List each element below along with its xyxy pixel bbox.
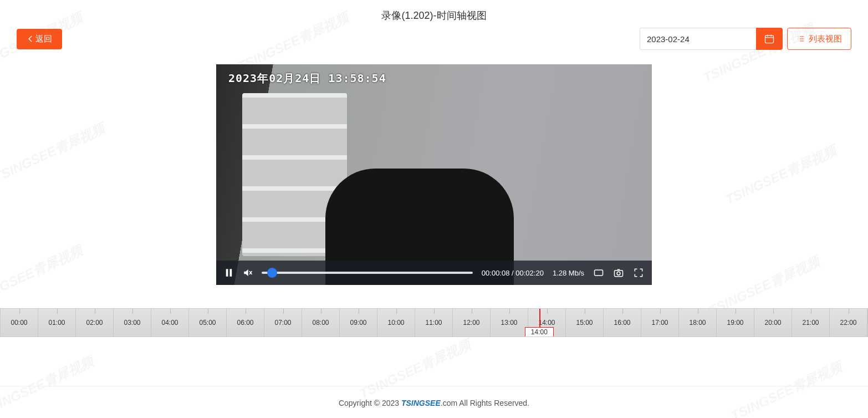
svg-rect-3 bbox=[595, 270, 603, 276]
video-player: 2023年02月24日 13:58:54 00:00:08 / 00:02:20… bbox=[216, 64, 652, 285]
page-title: 录像(1.202)-时间轴视图 bbox=[0, 0, 868, 28]
fullscreen-icon[interactable] bbox=[633, 267, 644, 278]
list-view-button[interactable]: 列表视图 bbox=[787, 28, 851, 50]
calendar-button[interactable] bbox=[756, 28, 783, 50]
timeline-hour-cell[interactable]: 17:00 bbox=[641, 309, 679, 337]
bitrate-text: 1.28 Mb/s bbox=[553, 269, 584, 277]
svg-rect-0 bbox=[765, 35, 774, 43]
watermark: TSINGSEE青犀视频 bbox=[0, 120, 108, 187]
timeline[interactable]: 00:0001:0002:0003:0004:0005:0006:0007:00… bbox=[0, 308, 868, 337]
list-icon bbox=[796, 34, 805, 43]
video-frame[interactable]: 2023年02月24日 13:58:54 bbox=[216, 64, 652, 285]
timeline-hour-cell[interactable]: 10:00 bbox=[377, 309, 415, 337]
timeline-hour-cell[interactable]: 02:00 bbox=[76, 309, 114, 337]
timeline-hour-cell[interactable]: 07:00 bbox=[264, 309, 302, 337]
timeline-hour-cell[interactable]: 22:00 bbox=[830, 309, 867, 337]
timeline-hour-cell[interactable]: 01:00 bbox=[38, 309, 76, 337]
date-input[interactable] bbox=[640, 28, 756, 50]
timeline-hour-cell[interactable]: 15:00 bbox=[566, 309, 604, 337]
watermark: TSINGSEE青犀视频 bbox=[0, 353, 96, 418]
playback-time: 00:00:08 / 00:02:20 bbox=[482, 269, 544, 277]
footer-suffix: .com All Rights Reserved. bbox=[441, 399, 529, 407]
svg-rect-4 bbox=[615, 271, 623, 277]
svg-rect-2 bbox=[230, 269, 232, 277]
timeline-hour-cell[interactable]: 05:00 bbox=[189, 309, 227, 337]
pause-icon[interactable] bbox=[224, 268, 234, 278]
watermark: TSINGSEE青犀视频 bbox=[722, 142, 839, 209]
timeline-hour-cell[interactable]: 20:00 bbox=[754, 309, 792, 337]
list-view-label: 列表视图 bbox=[809, 34, 842, 44]
progress-slider[interactable] bbox=[262, 272, 473, 274]
timeline-track[interactable]: 00:0001:0002:0003:0004:0005:0006:0007:00… bbox=[1, 309, 867, 337]
timeline-hour-cell[interactable]: 12:00 bbox=[453, 309, 491, 337]
timeline-hour-cell[interactable]: 21:00 bbox=[792, 309, 830, 337]
footer-prefix: Copyright © 2023 bbox=[339, 399, 401, 407]
timeline-hour-cell[interactable]: 03:00 bbox=[114, 309, 151, 337]
video-timestamp-overlay: 2023年02月24日 13:58:54 bbox=[228, 71, 386, 86]
timeline-hour-cell[interactable]: 04:00 bbox=[151, 309, 189, 337]
footer-brand: TSINGSEE bbox=[401, 399, 441, 407]
timeline-hour-cell[interactable]: 11:00 bbox=[415, 309, 453, 337]
footer: Copyright © 2023 TSINGSEE.com All Rights… bbox=[0, 386, 868, 407]
mute-icon[interactable] bbox=[243, 268, 253, 278]
progress-thumb[interactable] bbox=[267, 268, 277, 278]
timeline-hour-cell[interactable]: 08:00 bbox=[302, 309, 340, 337]
back-button[interactable]: 返回 bbox=[17, 29, 62, 49]
player-control-bar: 00:00:08 / 00:02:20 1.28 Mb/s bbox=[216, 261, 652, 285]
timeline-cursor-label: 14:00 bbox=[525, 327, 554, 337]
calendar-icon bbox=[764, 33, 775, 44]
back-label: 返回 bbox=[35, 34, 52, 44]
timeline-hour-cell[interactable]: 16:00 bbox=[604, 309, 641, 337]
right-controls: 列表视图 bbox=[640, 28, 851, 50]
date-picker-group bbox=[640, 28, 783, 50]
timeline-hour-cell[interactable]: 18:00 bbox=[679, 309, 717, 337]
timeline-hour-cell[interactable]: 09:00 bbox=[340, 309, 377, 337]
svg-rect-1 bbox=[226, 269, 228, 277]
timeline-hour-cell[interactable]: 13:00 bbox=[491, 309, 528, 337]
timeline-hour-cell[interactable]: 06:00 bbox=[227, 309, 264, 337]
svg-point-5 bbox=[617, 272, 620, 275]
top-bar: 返回 列表视图 bbox=[0, 28, 868, 58]
snapshot-icon[interactable] bbox=[613, 267, 624, 278]
aspect-icon[interactable] bbox=[593, 267, 604, 278]
timeline-hour-cell[interactable]: 19:00 bbox=[717, 309, 754, 337]
chevron-left-icon bbox=[27, 35, 34, 43]
timeline-hour-cell[interactable]: 00:00 bbox=[1, 309, 38, 337]
watermark: TSINGSEE青犀视频 bbox=[0, 242, 85, 309]
